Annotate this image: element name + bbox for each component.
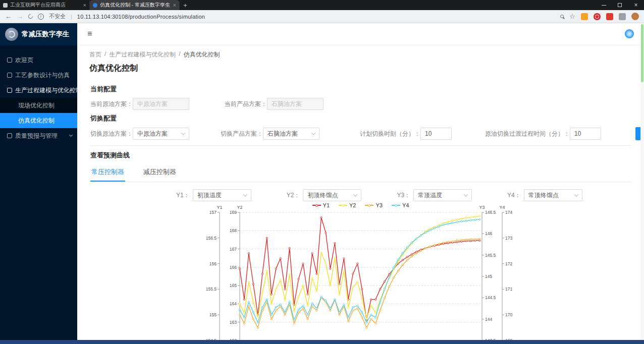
- legend-item-y4[interactable]: Y4: [392, 202, 409, 208]
- extension-red-circle-icon[interactable]: [594, 13, 601, 20]
- controller-tabs: 常压控制器 减压控制器: [90, 164, 631, 182]
- logo-text: 常减压数字孪生: [22, 30, 70, 39]
- svg-text:145.5: 145.5: [485, 253, 496, 258]
- tab-vacuum-controller[interactable]: 减压控制器: [142, 164, 177, 182]
- switch-product-select-value: 石脑油方案: [267, 130, 298, 138]
- switch-oil-label: 切换原油方案：: [90, 130, 133, 138]
- svg-text:155.5: 155.5: [205, 286, 217, 292]
- breadcrumb-modeling[interactable]: 生产过程建模与优化控制: [109, 50, 176, 59]
- current-product-label: 当前产品方案：: [225, 100, 267, 108]
- sidebar-item-label: 工艺参数设计与仿真: [15, 71, 70, 80]
- sidebar-item-production-modeling[interactable]: 生产过程建模与优化控制: [0, 83, 77, 98]
- current-oil-label: 当前原油方案：: [90, 100, 133, 108]
- quality-icon: [7, 133, 12, 138]
- y3-label: Y3：: [397, 191, 410, 200]
- switch-config-heading: 切换配置: [90, 114, 631, 123]
- y3-select[interactable]: 常顶温度: [413, 189, 472, 201]
- sidebar-menu: 欢迎页 工艺参数设计与仿真 生产过程建模与优化控制 现场优化控制 仿真优: [0, 45, 77, 143]
- curves-heading: 查看预测曲线: [90, 151, 631, 160]
- current-config-heading: 当前配置: [90, 85, 631, 94]
- menu-fold-icon[interactable]: ≡: [87, 29, 92, 38]
- svg-text:167: 167: [229, 247, 236, 252]
- chevron-down-icon: [243, 192, 247, 196]
- minimize-button[interactable]: [596, 0, 612, 10]
- transition-time-label: 原油切换过渡过程时间（分）：: [485, 130, 570, 138]
- taskbar-strip: [0, 340, 644, 344]
- y1-select[interactable]: 初顶温度: [193, 189, 251, 201]
- extension-grid-icon[interactable]: [581, 13, 588, 20]
- address-bar[interactable]: 10.11.13.104:30108/productionProcess/sim…: [77, 14, 205, 20]
- maximize-icon: [618, 3, 622, 7]
- tab-close-icon[interactable]: ×: [83, 2, 86, 8]
- extensions-puzzle-icon[interactable]: [619, 13, 626, 20]
- legend-marker-icon: [392, 204, 400, 207]
- legend-item-y3[interactable]: Y3: [365, 202, 383, 208]
- switch-oil-field: 切换原油方案： 中原油方案: [90, 128, 189, 140]
- y4-select[interactable]: 常顶终馏点: [524, 189, 582, 201]
- browser-profile-avatar[interactable]: [631, 13, 639, 20]
- new-tab-button[interactable]: +: [180, 0, 191, 10]
- navbar-right: ☆: [560, 13, 639, 20]
- switch-product-select[interactable]: 石脑油方案: [263, 128, 319, 140]
- legend-marker-icon: [339, 204, 347, 207]
- tab-favicon-icon: [93, 3, 97, 8]
- sidebar-item-quality[interactable]: 质量预报与管理: [0, 128, 77, 143]
- svg-text:170: 170: [505, 312, 512, 317]
- svg-text:Y2: Y2: [237, 205, 242, 210]
- process-design-icon: [7, 73, 12, 78]
- switch-product-label: 切换产品方案：: [221, 130, 263, 138]
- browser-tab-appstore[interactable]: 工业互联网平台应用商店 ×: [0, 0, 90, 10]
- logo-icon: [5, 28, 18, 41]
- forward-button[interactable]: →: [17, 13, 23, 20]
- chevron-down-icon: [464, 192, 468, 196]
- legend-marker-icon: [312, 204, 321, 207]
- back-button[interactable]: ←: [5, 13, 12, 20]
- sidebar-item-label: 质量预报与管理: [15, 132, 58, 140]
- svg-text:156.5: 156.5: [205, 236, 217, 241]
- svg-text:146.5: 146.5: [485, 210, 496, 215]
- svg-text:174: 174: [505, 210, 512, 215]
- bookmark-star-icon[interactable]: ☆: [569, 13, 575, 20]
- maximize-button[interactable]: [612, 0, 628, 10]
- y4-label: Y4：: [507, 191, 521, 200]
- close-button[interactable]: ×: [628, 0, 644, 10]
- tab-atmospheric-controller[interactable]: 常压控制器: [90, 164, 125, 182]
- browser-tab-simulation[interactable]: 仿真优化控制 - 常减压数字孪生 ×: [90, 0, 180, 10]
- sidebar-item-label: 仿真优化控制: [18, 117, 55, 125]
- page-info-icon[interactable]: i: [38, 14, 44, 20]
- scrollbar-thumb[interactable]: [641, 24, 643, 82]
- y1-label: Y1：: [176, 191, 190, 200]
- content-card: 当前配置 当前原油方案： 中原油方案 当前产品方案： 石脑油方案 切换配置 切换…: [77, 79, 644, 340]
- security-label[interactable]: 不安全: [49, 13, 66, 20]
- browser-titlebar: 工业互联网平台应用商店 × 仿真优化控制 - 常减压数字孪生 × + ×: [0, 0, 644, 10]
- sidebar-item-onsite-control[interactable]: 现场优化控制: [0, 98, 77, 113]
- tab-close-icon[interactable]: ×: [173, 2, 176, 8]
- url-divider: |: [71, 14, 72, 20]
- breadcrumb-home[interactable]: 首页: [89, 50, 101, 59]
- scrollbar-track[interactable]: [640, 23, 644, 340]
- breadcrumb-current: 仿真优化控制: [184, 50, 220, 59]
- switch-time-field: 计划切换时刻（分）： 10: [360, 128, 452, 140]
- current-config-row: 当前原油方案： 中原油方案 当前产品方案： 石脑油方案: [90, 98, 631, 110]
- legend-item-y1[interactable]: Y1: [312, 202, 330, 208]
- search-icon[interactable]: [560, 15, 564, 18]
- y2-select-value: 初顶终馏点: [307, 191, 338, 200]
- main-area: ≡ 首页 / 生产过程建模与优化控制 / 仿真优化控制 仿真优化控制 当前配置 …: [77, 23, 644, 340]
- extension-red-square-icon[interactable]: [606, 13, 613, 20]
- chevron-down-icon: [353, 192, 357, 196]
- user-avatar[interactable]: [625, 29, 634, 38]
- sidebar-item-simulation-control[interactable]: 仿真优化控制: [0, 113, 77, 128]
- app-logo[interactable]: 常减压数字孪生: [0, 23, 77, 45]
- transition-time-input[interactable]: 10: [570, 128, 601, 140]
- y2-selector-group: Y2： 初顶终馏点: [287, 189, 362, 201]
- y2-select[interactable]: 初顶终馏点: [303, 189, 361, 201]
- page-title: 仿真优化控制: [89, 63, 632, 74]
- switch-oil-select[interactable]: 中原油方案: [133, 128, 189, 140]
- sidebar-submenu: 现场优化控制 仿真优化控制: [0, 98, 77, 128]
- y-selector-row: Y1： 初顶温度 Y2： 初顶终馏点 Y3：: [90, 189, 631, 201]
- sidebar-item-welcome[interactable]: 欢迎页: [0, 52, 77, 68]
- sidebar-item-process-design[interactable]: 工艺参数设计与仿真: [0, 68, 77, 83]
- refresh-button[interactable]: [27, 13, 34, 20]
- switch-time-input[interactable]: 10: [420, 128, 452, 140]
- legend-item-y2[interactable]: Y2: [339, 202, 356, 208]
